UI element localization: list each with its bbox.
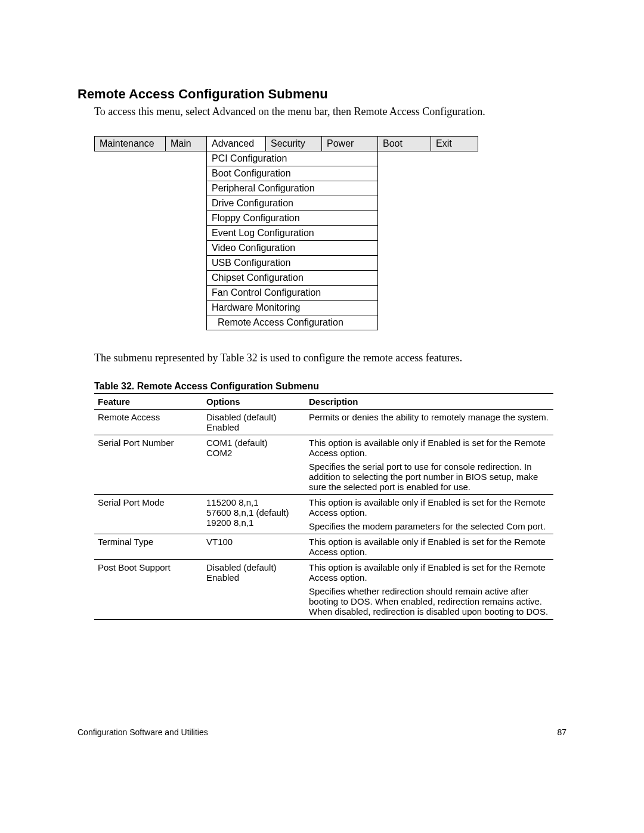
submenu-item: PCI Configuration [207, 151, 378, 166]
table-cell-options: COM1 (default) COM2 [203, 435, 305, 495]
tab-advanced: Advanced [207, 137, 266, 151]
tab-maintenance: Maintenance [95, 137, 166, 151]
table-cell-feature: Post Boot Support [94, 560, 203, 620]
submenu-item: Fan Control Configuration [207, 286, 378, 301]
submenu-item: Video Configuration [207, 241, 378, 256]
table-cell-description: This option is available only if Enabled… [305, 495, 553, 534]
submenu-item: USB Configuration [207, 256, 378, 271]
submenu-item: Chipset Configuration [207, 271, 378, 286]
tab-main: Main [166, 137, 207, 151]
table-cell-description: This option is available only if Enabled… [305, 534, 553, 560]
submenu-item: Peripheral Configuration [207, 181, 378, 196]
tab-security: Security [266, 137, 322, 151]
table-cell-options: 115200 8,n,1 57600 8,n,1 (default) 19200… [203, 495, 305, 534]
submenu-item: Hardware Monitoring [207, 301, 378, 315]
submenu-item: Boot Configuration [207, 166, 378, 181]
tab-boot: Boot [378, 137, 431, 151]
table-cell-feature: Terminal Type [94, 534, 203, 560]
submenu-item-current: Remote Access Configuration [207, 315, 378, 330]
configuration-table: Feature Options Description Remote Acces… [94, 393, 553, 620]
table-cell-options: VT100 [203, 534, 305, 560]
table-cell-description: This option is available only if Enabled… [305, 560, 553, 620]
table-cell-options: Disabled (default) Enabled [203, 410, 305, 435]
footer-page-number: 87 [557, 727, 566, 737]
footer-left: Configuration Software and Utilities [78, 727, 208, 737]
table-cell-feature: Remote Access [94, 410, 203, 435]
note-paragraph: The submenu represented by Table 32 is u… [94, 352, 566, 364]
table-cell-description: This option is available only if Enabled… [305, 435, 553, 495]
section-heading: Remote Access Configuration Submenu [78, 86, 566, 102]
tab-exit: Exit [431, 137, 478, 151]
table-cell-description: Permits or denies the ability to remotel… [305, 410, 553, 435]
col-description: Description [305, 394, 553, 410]
table-cell-feature: Serial Port Mode [94, 495, 203, 534]
submenu-item: Drive Configuration [207, 196, 378, 211]
col-feature: Feature [94, 394, 203, 410]
bios-menu-layout: Maintenance Main Advanced Security Power… [94, 136, 478, 330]
table-cell-feature: Serial Port Number [94, 435, 203, 495]
submenu-item: Floppy Configuration [207, 211, 378, 226]
col-options: Options [203, 394, 305, 410]
table-cell-options: Disabled (default) Enabled [203, 560, 305, 620]
submenu-item: Event Log Configuration [207, 226, 378, 241]
tab-power: Power [322, 137, 378, 151]
intro-paragraph: To access this menu, select Advanced on … [94, 106, 566, 118]
table-caption: Table 32. Remote Access Configuration Su… [94, 381, 566, 392]
